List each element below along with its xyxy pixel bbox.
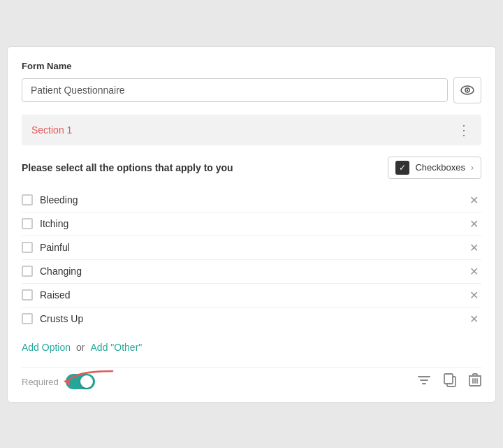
arrow-indicator [60, 368, 116, 396]
filter-icon[interactable] [417, 374, 431, 390]
option-row: Crusts Up ✕ [22, 308, 481, 331]
or-label: or [76, 342, 85, 353]
chevron-right-icon: › [471, 163, 474, 173]
form-name-label: Form Name [22, 61, 481, 71]
remove-option-itching[interactable]: ✕ [467, 217, 481, 231]
options-list: Bleeding ✕ Itching ✕ Painful ✕ Changing … [22, 189, 481, 331]
delete-icon[interactable] [469, 373, 481, 391]
eye-button[interactable] [453, 77, 481, 103]
bottom-actions [417, 373, 481, 391]
option-label-painful: Painful [40, 242, 467, 253]
add-other-link[interactable]: Add "Other" [91, 342, 143, 353]
option-label-crusts-up: Crusts Up [40, 313, 467, 324]
option-row: Raised ✕ [22, 284, 481, 308]
form-name-input[interactable] [22, 78, 448, 102]
svg-rect-8 [444, 374, 453, 384]
required-row: Required [22, 374, 95, 389]
option-label-raised: Raised [40, 289, 467, 301]
bottom-bar: Required [22, 367, 481, 391]
remove-option-raised[interactable]: ✕ [467, 289, 481, 302]
remove-option-painful[interactable]: ✕ [467, 241, 481, 254]
option-checkbox-bleeding[interactable] [22, 194, 33, 205]
option-row: Itching ✕ [22, 212, 481, 236]
type-badge-check-icon: ✓ [395, 161, 409, 175]
form-name-row [22, 77, 481, 103]
svg-marker-3 [64, 380, 70, 386]
option-checkbox-itching[interactable] [22, 218, 33, 229]
copy-icon[interactable] [444, 373, 456, 391]
remove-option-changing[interactable]: ✕ [467, 265, 481, 278]
option-checkbox-raised[interactable] [22, 289, 33, 301]
question-text: Please select all the options that apply… [22, 162, 233, 173]
section-bar: Section 1 ⋮ [22, 115, 481, 145]
option-row: Bleeding ✕ [22, 189, 481, 212]
type-selector[interactable]: ✓ Checkboxes › [388, 157, 481, 179]
option-checkbox-crusts-up[interactable] [22, 313, 33, 324]
svg-point-2 [467, 89, 468, 90]
required-label: Required [22, 377, 59, 387]
add-option-row: Add Option or Add "Other" [22, 339, 481, 353]
option-checkbox-painful[interactable] [22, 242, 33, 253]
section-menu-button[interactable]: ⋮ [457, 122, 472, 138]
option-row: Painful ✕ [22, 236, 481, 260]
option-label-bleeding: Bleeding [40, 194, 467, 205]
question-header: Please select all the options that apply… [22, 157, 481, 179]
form-card: Form Name Section 1 ⋮ Please select all … [7, 46, 496, 403]
option-row: Changing ✕ [22, 260, 481, 284]
type-badge-label: Checkboxes [415, 162, 465, 173]
option-label-changing: Changing [40, 266, 467, 277]
option-label-itching: Itching [40, 218, 467, 229]
remove-option-bleeding[interactable]: ✕ [467, 194, 481, 207]
add-option-link[interactable]: Add Option [22, 342, 71, 353]
section-title: Section 1 [31, 124, 72, 136]
eye-icon [460, 85, 474, 95]
remove-option-crusts-up[interactable]: ✕ [467, 312, 481, 326]
option-checkbox-changing[interactable] [22, 266, 33, 277]
